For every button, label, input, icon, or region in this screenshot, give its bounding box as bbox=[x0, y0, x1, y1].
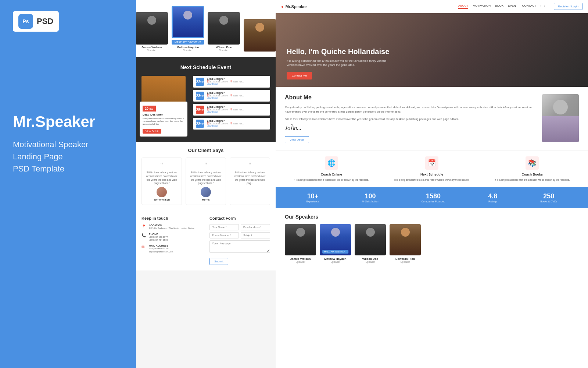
hero-description: It is a long established fact a that rea… bbox=[287, 59, 390, 67]
bottom-speaker-photo-3 bbox=[355, 224, 386, 255]
schedule-date-4: 28Sep bbox=[196, 120, 204, 128]
stat-ratings: 4.8 Ratings bbox=[488, 192, 497, 203]
testimonial-author-2: Morris bbox=[190, 198, 222, 201]
contact-form-title: Contact Form bbox=[209, 216, 270, 220]
stat-number-3: 1580 bbox=[422, 192, 445, 200]
contact-phone: 📞 PHONE +000 234 556 9977+000 234 764 95… bbox=[141, 233, 202, 242]
schedule-view-detail-4[interactable]: View Detail bbox=[207, 125, 267, 127]
phone-value: +000 234 556 9977+000 234 764 9586 bbox=[149, 236, 168, 242]
stat-satisfaction: 100 % Satisfaction bbox=[362, 192, 378, 203]
nav-about[interactable]: ABOUT bbox=[458, 4, 469, 9]
bottom-speaker-name-4: Edwards Rich bbox=[395, 257, 415, 261]
schedule-item-title-4: Lead Designer bbox=[207, 120, 267, 122]
bottom-speaker-name-3: Wilson Doe bbox=[362, 257, 378, 261]
coach-books-icon: 📚 bbox=[526, 156, 539, 170]
service-desc-1: It is a long established fact a that rea… bbox=[285, 178, 378, 181]
hero-title: Hello, I'm Quiche Hollandaise bbox=[287, 47, 390, 56]
service-next-schedule: 📅 Next Schedule It is a long established… bbox=[385, 156, 478, 181]
testimonial-avatar-2 bbox=[201, 187, 211, 197]
bottom-speaker-role-1: Speaker bbox=[295, 261, 305, 263]
nav-social-icons: f t bbox=[541, 4, 545, 9]
bottom-speaker-role-2: Speaker bbox=[330, 261, 340, 263]
schedule-date-3: 25Sep bbox=[196, 106, 204, 114]
bottom-speaker-role-3: Speaker bbox=[365, 261, 375, 263]
speaker-photo-2 bbox=[172, 6, 204, 38]
left-panel: Ps PSD Mr.Speaker Motivational Speaker L… bbox=[0, 0, 136, 368]
schedule-view-detail-2[interactable]: View Detail bbox=[207, 97, 267, 99]
featured-view-detail-btn[interactable]: View Detail bbox=[143, 129, 161, 134]
bottom-speaker-photo-4 bbox=[390, 224, 421, 255]
about-title: About Me bbox=[285, 94, 535, 101]
services-section: 🌐 Coach Online It is a long established … bbox=[276, 151, 588, 187]
subject-input[interactable] bbox=[241, 232, 270, 238]
schedule-date-1: 22Sep bbox=[196, 78, 204, 86]
location-label: LOCATION bbox=[149, 224, 195, 227]
make-appointment-btn[interactable]: MAKE APPOINTMENT bbox=[172, 40, 204, 45]
schedule-view-detail-1[interactable]: View Detail bbox=[207, 83, 267, 85]
email-label: MAIL ADDRESS bbox=[149, 244, 173, 247]
about-content: About Me Many desktop publishing package… bbox=[285, 94, 535, 143]
speaker-photo-4 bbox=[244, 19, 276, 52]
schedule-item-4: 28Sep Lead Designer ⏰ 8.30am to 1.30pm 📍… bbox=[193, 118, 270, 130]
bottom-speaker-photo-2: MAKE APPOINTMENT bbox=[320, 224, 351, 255]
quote-icon-3: " bbox=[234, 162, 266, 169]
phone-input[interactable] bbox=[209, 232, 239, 238]
stat-label-2: % Satisfaction bbox=[362, 200, 378, 203]
hero-section: Hello, I'm Quiche Hollandaise It is a lo… bbox=[276, 13, 588, 87]
nav-event[interactable]: EVENT bbox=[508, 4, 518, 9]
about-me-section: About Me Many desktop publishing package… bbox=[276, 87, 588, 151]
bottom-speaker-3: Wilson Doe Speaker bbox=[355, 224, 386, 263]
contact-section: Keep in touch 📍 LOCATION 3421 Mr. Anders… bbox=[136, 210, 276, 270]
schedule-view-detail-3[interactable]: View Detail bbox=[207, 111, 267, 113]
form-row-2 bbox=[209, 232, 270, 240]
stat-companies: 1580 Companies Founded bbox=[422, 192, 445, 203]
contact-form: Contact Form Submit bbox=[209, 216, 270, 265]
testimonials-title: Our Client Says bbox=[141, 148, 270, 153]
testimonial-author-1: Torrie Wilson bbox=[146, 198, 178, 201]
featured-event-card: 20 Sep Lead Designer Many web sites stil… bbox=[140, 102, 187, 137]
stat-number-2: 100 bbox=[362, 192, 378, 200]
submit-button[interactable]: Submit bbox=[209, 258, 228, 265]
testimonials-grid: " Still in their infancy various version… bbox=[141, 158, 270, 205]
navbar: ● Mr.Speaker ABOUT MOTIVATION BOOK EVENT… bbox=[276, 0, 588, 13]
schedule-date-2: 23Sep bbox=[196, 92, 204, 100]
speaker-photo-3 bbox=[208, 12, 240, 45]
message-input[interactable] bbox=[209, 240, 270, 253]
contact-me-btn[interactable]: Contact Me bbox=[287, 72, 312, 79]
about-paragraph-1: Many desktop publishing packages and web… bbox=[285, 105, 535, 114]
speaker-role-2: Speaker bbox=[183, 49, 193, 52]
about-view-detail-btn[interactable]: View Detail bbox=[285, 136, 309, 143]
nav-contact[interactable]: CONTACT bbox=[522, 4, 536, 9]
testimonial-card-2: " Still in their infancy various version… bbox=[186, 158, 226, 205]
hero-content: Hello, I'm Quiche Hollandaise It is a lo… bbox=[287, 47, 390, 79]
location-icon: 📍 bbox=[141, 224, 147, 230]
speaker-card-4 bbox=[244, 19, 276, 52]
quote-icon-1: " bbox=[146, 162, 178, 169]
contact-location: 📍 LOCATION 3421 Mr. Anderson, Washington… bbox=[141, 224, 202, 230]
speaker-name-2: Mathew Hayden bbox=[177, 46, 199, 49]
nav-links: ABOUT MOTIVATION BOOK EVENT CONTACT f t bbox=[458, 4, 545, 9]
service-title-1: Coach Online bbox=[285, 173, 378, 176]
nav-book[interactable]: BOOK bbox=[495, 4, 503, 9]
ps-badge: Ps PSD bbox=[13, 11, 59, 32]
email-input[interactable] bbox=[241, 224, 270, 230]
testimonial-card-1: " Still in their infancy various version… bbox=[141, 158, 182, 205]
testimonial-text-3: Still in their infancy various versions … bbox=[234, 171, 266, 185]
nav-motivation[interactable]: MOTIVATION bbox=[473, 4, 491, 9]
schedule-content: 20 Sep Lead Designer Many web sites stil… bbox=[141, 76, 270, 135]
schedule-item-2: 23Sep Lead Designer ⏰ 8.30am to 1.30pm 📍… bbox=[193, 90, 270, 102]
stat-number-4: 4.8 bbox=[488, 192, 497, 200]
left-subtitle: Motivational Speaker Landing Page PSD Te… bbox=[13, 138, 123, 175]
make-appt-overlay[interactable]: MAKE APPOINTMENT bbox=[322, 250, 349, 254]
schedule-item-title-2: Lead Designer bbox=[207, 92, 267, 94]
contact-email: ✉ MAIL ADDRESS info@anderson.ComSupport@… bbox=[141, 244, 202, 253]
left-title: Mr.Speaker bbox=[13, 113, 123, 131]
featured-event-title: Lead Designer bbox=[143, 113, 184, 116]
about-image bbox=[542, 94, 579, 142]
keep-in-touch-title: Keep in touch bbox=[141, 216, 202, 220]
name-input[interactable] bbox=[209, 224, 239, 230]
about-paragraph-2: Still in their infancy various versions … bbox=[285, 117, 535, 121]
register-login-btn[interactable]: Register / Login bbox=[554, 3, 582, 10]
top-speakers-section: James Watson Speaker MAKE APPOINTMENT Ma… bbox=[136, 0, 276, 57]
featured-event-desc: Many web sites still in their infancy va… bbox=[143, 117, 184, 126]
